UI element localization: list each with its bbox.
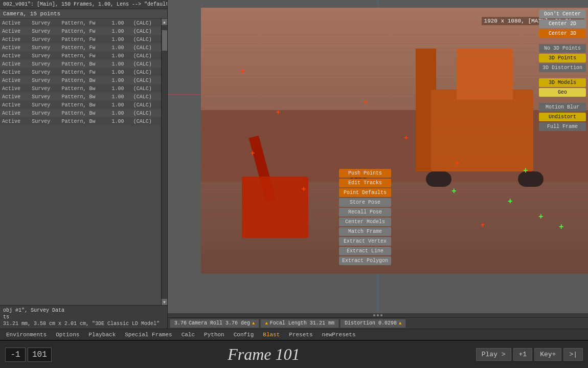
menu-item-presets[interactable]: Presets bbox=[285, 331, 316, 339]
sidebar: 002_v001": [Main], 150 Frames, 1.00, Len… bbox=[0, 0, 168, 329]
goto-end-button[interactable]: >| bbox=[563, 348, 583, 361]
lens-desc: 31.21 mm, 3.58 cm x 2.01 cm, "3DE Classi… bbox=[3, 321, 164, 327]
green-cross-1: + bbox=[451, 187, 457, 196]
frame-minus-display: -1 bbox=[5, 348, 26, 362]
transport-bar: -1 101 Frame 101 Play > +1 Key+ >| bbox=[0, 340, 588, 368]
table-row: ActiveSurveyPattern, Fw1.00(CALC) bbox=[0, 35, 161, 44]
keyplus-button[interactable]: Key+ bbox=[534, 348, 561, 361]
camera-view: + + + + + 5185 1920 x 1080, [MAIN], 31.2… bbox=[201, 8, 588, 274]
point-defaults-button[interactable]: Point Defaults bbox=[339, 188, 391, 197]
table-row: ActiveSurveyPattern, Fw1.00(CALC) bbox=[0, 19, 161, 27]
tracking-point-1 bbox=[242, 69, 247, 74]
left-overlay-panel: Push Points Edit Tracks Point Defaults S… bbox=[339, 169, 391, 265]
viewport-area: + + + + + 5185 1920 x 1080, [MAIN], 31.2… bbox=[168, 0, 588, 313]
sidebar-header-text: 002_v001": [Main], 150 Frames, 1.00, Len… bbox=[3, 2, 167, 7]
right-panel: Don't Center Center 2D Center 3D No 3D P… bbox=[537, 8, 588, 133]
sidebar-bottom: obj #1", Survey Data ts 31.21 mm, 3.58 c… bbox=[0, 305, 167, 329]
store-pose-button[interactable]: Store Pose bbox=[339, 198, 391, 207]
tracking-point-9 bbox=[457, 161, 462, 166]
scroll-thumb[interactable] bbox=[162, 30, 167, 51]
menu-item-options[interactable]: Options bbox=[52, 331, 83, 339]
camera-roll-triangle: ▲ bbox=[252, 321, 255, 326]
menu-item-environments[interactable]: Environments bbox=[2, 331, 51, 339]
obj-sublabel: ts bbox=[3, 314, 164, 320]
focal-length-segment: ▲ Focal Length 31.21 mm bbox=[260, 319, 338, 328]
center-3d-button[interactable]: Center 3D bbox=[539, 29, 586, 38]
table-row: ActiveSurveyPattern, Bw1.00(CALC) bbox=[0, 101, 161, 109]
scroll-track bbox=[162, 25, 167, 299]
menu-bar: EnvironmentsOptionsPlaybackSpecial Frame… bbox=[0, 329, 588, 340]
extract-line-button[interactable]: Extract Line bbox=[339, 247, 391, 255]
red-overlay bbox=[201, 8, 588, 274]
table-row: ActiveSurveyPattern, Fw1.00(CALC) bbox=[0, 68, 161, 76]
table-row: ActiveSurveyPattern, Bw1.00(CALC) bbox=[0, 93, 161, 101]
menu-item-special-frames[interactable]: Special Frames bbox=[121, 331, 176, 339]
green-cross-5: + bbox=[523, 166, 528, 176]
sidebar-header: 002_v001": [Main], 150 Frames, 1.00, Len… bbox=[0, 0, 167, 9]
obj-label: obj #1", Survey Data bbox=[3, 308, 164, 313]
match-frame-button[interactable]: Match Frame bbox=[339, 227, 391, 236]
tracking-point-3 bbox=[252, 151, 257, 156]
distortion-triangle: ▲ bbox=[399, 321, 401, 326]
3d-distortion-button[interactable]: 3D Distortion bbox=[539, 63, 586, 72]
sidebar-camera-info: Camera, 15 points bbox=[0, 9, 167, 19]
undistort-button[interactable]: Undistort bbox=[539, 113, 586, 121]
status-bar: 3.76 Camera Roll 3.76 deg ▲ ▲ Focal Leng… bbox=[168, 317, 588, 329]
camera-roll-label: Camera Roll 3.76 deg bbox=[189, 320, 250, 326]
tracking-point-8 bbox=[482, 223, 487, 228]
table-row: ActiveSurveyPattern, Bw1.00(CALC) bbox=[0, 76, 161, 84]
push-points-button[interactable]: Push Points bbox=[339, 169, 391, 178]
extract-vertex-button[interactable]: Extract Vertex bbox=[339, 237, 391, 246]
focal-length-triangle: ▲ bbox=[265, 321, 267, 326]
menu-item-newpresets[interactable]: newPresets bbox=[318, 331, 360, 339]
dont-center-button[interactable]: Don't Center bbox=[539, 10, 586, 18]
tracking-point-5 bbox=[365, 100, 370, 105]
table-row: ActiveSurveyPattern, Fw1.00(CALC) bbox=[0, 27, 161, 35]
camera-roll-value: 3.76 bbox=[174, 320, 187, 326]
menu-item-python[interactable]: Python bbox=[200, 331, 229, 339]
frame-counter: -1 101 bbox=[5, 348, 52, 362]
full-frame-button[interactable]: Full Frame bbox=[539, 122, 586, 131]
frame-label: Frame 101 bbox=[56, 345, 472, 364]
motion-blur-button[interactable]: Motion Blur bbox=[539, 103, 586, 112]
table-row: ActiveSurveyPattern, Bw1.00(CALC) bbox=[0, 60, 161, 68]
menu-item-calc[interactable]: Calc bbox=[177, 331, 199, 339]
green-cross-2: + bbox=[508, 197, 513, 206]
tracking-point-2 bbox=[278, 110, 283, 115]
edit-tracks-button[interactable]: Edit Tracks bbox=[339, 179, 391, 187]
play-button[interactable]: Play > bbox=[476, 348, 511, 361]
dot-3 bbox=[380, 314, 382, 316]
center-2d-button[interactable]: Center 2D bbox=[539, 19, 586, 28]
table-row: ActiveSurveyPattern, Bw1.00(CALC) bbox=[0, 84, 161, 93]
sidebar-table: ActiveSurveyPattern, Fw1.00(CALC)ActiveS… bbox=[0, 19, 161, 305]
app-container: 002_v001": [Main], 150 Frames, 1.00, Len… bbox=[0, 0, 588, 368]
viewport-wrapper: + + + + + 5185 1920 x 1080, [MAIN], 31.2… bbox=[168, 0, 588, 329]
distortion-label: Distortion 0.0298 bbox=[345, 320, 397, 326]
sidebar-scrollbar[interactable]: ▲ ▼ bbox=[161, 19, 167, 305]
extract-polygon-button[interactable]: Extract Polygon bbox=[339, 256, 391, 265]
menu-item-config[interactable]: Config bbox=[230, 331, 258, 339]
geo-button[interactable]: Geo bbox=[539, 88, 586, 97]
table-row: ActiveSurveyPattern, Fw1.00(CALC) bbox=[0, 52, 161, 60]
dot-2 bbox=[377, 314, 379, 316]
focal-length-label: Focal Length 31.21 mm bbox=[270, 320, 334, 326]
3d-models-button[interactable]: 3D Models bbox=[539, 78, 586, 87]
plus1-button[interactable]: +1 bbox=[513, 348, 533, 361]
table-row: ActiveSurveyPattern, Fw1.00(CALC) bbox=[0, 44, 161, 52]
tracking-point-4 bbox=[303, 187, 308, 192]
menu-item-playback[interactable]: Playback bbox=[84, 331, 120, 339]
center-models-button[interactable]: Center Models bbox=[339, 218, 391, 226]
frame-current-display: 101 bbox=[28, 348, 52, 362]
scroll-down-arrow[interactable]: ▼ bbox=[162, 299, 168, 305]
table-row: ActiveSurveyPattern, Bw1.00(CALC) bbox=[0, 117, 161, 125]
recall-pose-button[interactable]: Recall Pose bbox=[339, 208, 391, 217]
viewport-dots-row bbox=[168, 313, 588, 317]
table-row: ActiveSurveyPattern, Bw1.00(CALC) bbox=[0, 109, 161, 117]
camera-roll-segment: 3.76 Camera Roll 3.76 deg ▲ bbox=[170, 319, 259, 328]
menu-item-blast[interactable]: Blast bbox=[259, 331, 284, 339]
3d-points-button[interactable]: 3D Points bbox=[539, 54, 586, 62]
no-3d-points-button[interactable]: No 3D Points bbox=[539, 44, 586, 53]
scroll-up-arrow[interactable]: ▲ bbox=[162, 19, 168, 25]
dot-1 bbox=[373, 314, 375, 316]
distortion-segment: Distortion 0.0298 ▲ bbox=[340, 319, 406, 328]
